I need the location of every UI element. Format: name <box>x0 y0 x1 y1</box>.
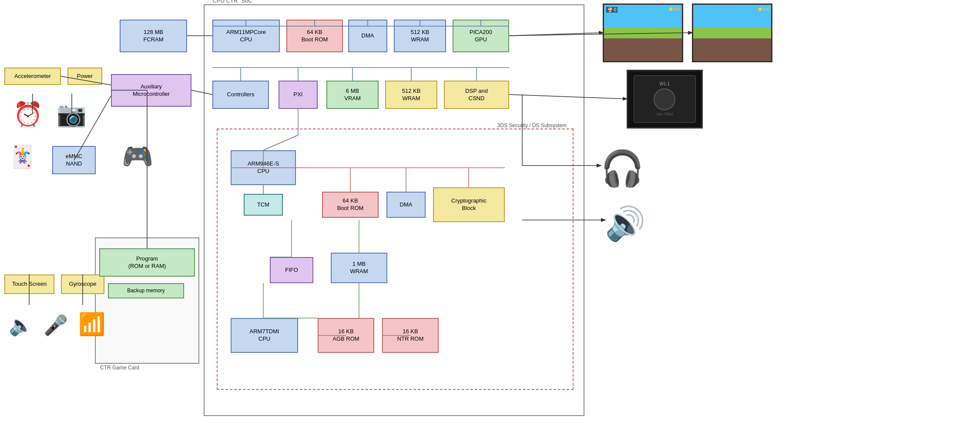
speaker-left-icon: 🔈 <box>9 314 33 337</box>
dsp-csnd-box: DSP and CSND <box>444 81 509 109</box>
soc-label: "CPU CTR" SoC <box>209 0 254 4</box>
agb-rom-box: 16 KB AGB ROM <box>318 318 374 353</box>
gyroscope-box: Gyroscope <box>61 274 104 294</box>
backup-box: Backup memory <box>108 283 184 298</box>
controllers-box: Controllers <box>212 81 269 109</box>
vram6mb-box: 6 MB VRAM <box>326 81 379 109</box>
arm11-box: ARM11MPCore CPU <box>212 20 280 52</box>
wram1mb-box: 1 MB WRAM <box>331 253 387 283</box>
accelerometer-box: Accelerometer <box>4 68 61 85</box>
dma-sec-box: DMA <box>386 192 426 218</box>
bottom-screen: W1-1 NO ITEM <box>627 70 703 129</box>
camera-icon: 📷 <box>57 100 87 129</box>
wifi-icon: 📶 <box>78 311 105 337</box>
sd-card-icon: 🃏 <box>9 144 36 169</box>
gamepad-icon: 🎮 <box>122 142 153 171</box>
fcram-box: 128 MB FCRAM <box>120 20 187 52</box>
microphone-icon: 🎤 <box>44 314 68 337</box>
bootrom-sec-box: 64 KB Boot ROM <box>322 192 379 218</box>
arm7-box: ARM7TDMI CPU <box>231 318 298 353</box>
tcm-box: TCM <box>244 194 283 216</box>
top-right-screen: ⭐466 <box>692 3 772 62</box>
arm946-box: ARM946E-S CPU <box>231 150 296 185</box>
fifo-box: FIFO <box>270 257 313 283</box>
power-box: Power <box>67 68 102 85</box>
crypto-box: Cryptographic Block <box>433 187 505 222</box>
program-box: Program (ROM or RAM) <box>99 248 195 277</box>
bootrom-top-box: 64 KB Boot ROM <box>286 20 343 52</box>
aux-mcu-box: Auxiliary Microcontroller <box>111 74 191 107</box>
emmc-box: eMMC NAND <box>52 146 96 174</box>
top-left-screen: 🍄 0 ⭐466 <box>603 3 683 62</box>
diagram: "CPU CTR" SoC 3DS Security / DS Subsyste… <box>0 0 980 423</box>
wram512-top-box: 512 KB WRAM <box>394 20 446 52</box>
ntr-rom-box: 16 KB NTR ROM <box>382 318 439 353</box>
clock-icon: ⏰ <box>13 100 43 129</box>
security-label: 3DS Security / DS Subsystem <box>496 122 568 129</box>
gamecart-label: CTR Game Card <box>100 365 139 371</box>
pxi-box: PXI <box>279 81 318 109</box>
headphones-icon: 🎧 <box>601 148 644 189</box>
touchscreen-box: Touch Screen <box>4 274 54 294</box>
wram512b-box: 512 KB WRAM <box>385 81 437 109</box>
dma-top-box: DMA <box>348 20 387 52</box>
speaker-right-icon: 🔊 <box>605 205 646 243</box>
pica200-box: PICA200 GPU <box>453 20 509 52</box>
